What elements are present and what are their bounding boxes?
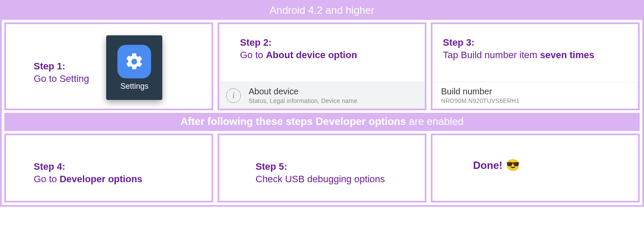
step-2-title: Step 2: — [240, 37, 414, 48]
steps-row-1: Step 1: Go to Setting Settings Step 2: — [2, 20, 642, 113]
step-3-card: Step 3: Tap Build number item seven time… — [431, 22, 640, 110]
intermediate-bar: After following these steps Developer op… — [4, 113, 640, 131]
step-3-body-prefix: Tap Build number item — [443, 50, 540, 60]
sunglasses-emoji-icon: 😎 — [506, 159, 520, 172]
step-5-body: Check USB debugging options — [256, 173, 414, 186]
step-5-card: Step 5: Check USB debugging options — [218, 134, 426, 202]
step-4-title: Step 4: — [34, 161, 201, 172]
step-4-body-prefix: Go to — [34, 174, 60, 184]
step-3-title: Step 3: — [443, 37, 628, 48]
tutorial-container: Android 4.2 and higher Step 1: Go to Set… — [0, 0, 644, 207]
step-1-title: Step 1: — [34, 61, 89, 72]
steps-row-2: Step 4: Go to Developer options Step 5: … — [2, 131, 642, 205]
done-card: Done! 😎 — [431, 134, 640, 202]
step-3-body: Tap Build number item seven times — [443, 49, 628, 62]
build-number-row: Build number NRD90M.N920TUVS6ERH1 — [432, 82, 638, 109]
interbar-rest: are enabled — [406, 115, 464, 127]
about-device-row: i About device Status, Legal information… — [219, 82, 425, 109]
done-label: Done! — [473, 159, 502, 171]
header-bar: Android 4.2 and higher — [2, 2, 642, 20]
step-2-card: Step 2: Go to About device option i Abou… — [218, 22, 426, 110]
step-4-card: Step 4: Go to Developer options — [4, 134, 213, 202]
step-3-body-bold: seven times — [540, 50, 594, 60]
step-4-body-bold: Developer options — [60, 174, 142, 184]
step-4-body: Go to Developer options — [34, 173, 201, 186]
settings-app-label: Settings — [120, 82, 148, 91]
step-5-title: Step 5: — [256, 161, 414, 172]
about-device-title: About device — [249, 87, 418, 96]
step-1-card: Step 1: Go to Setting Settings — [4, 22, 213, 110]
gear-icon — [117, 45, 151, 78]
info-icon: i — [226, 88, 241, 103]
about-device-subtitle: Status, Legal information, Device name — [249, 97, 418, 104]
interbar-bold: After following these steps Developer op… — [180, 115, 406, 127]
step-2-body-prefix: Go to — [240, 50, 266, 60]
build-number-value: NRD90M.N920TUVS6ERH1 — [441, 97, 631, 104]
step-2-body-bold: About device option — [266, 50, 357, 60]
header-title: Android 4.2 and higher — [270, 4, 375, 16]
step-1-body: Go to Setting — [34, 73, 89, 85]
step-2-body: Go to About device option — [240, 49, 414, 62]
settings-app-tile: Settings — [106, 35, 162, 100]
build-number-title: Build number — [441, 87, 631, 96]
